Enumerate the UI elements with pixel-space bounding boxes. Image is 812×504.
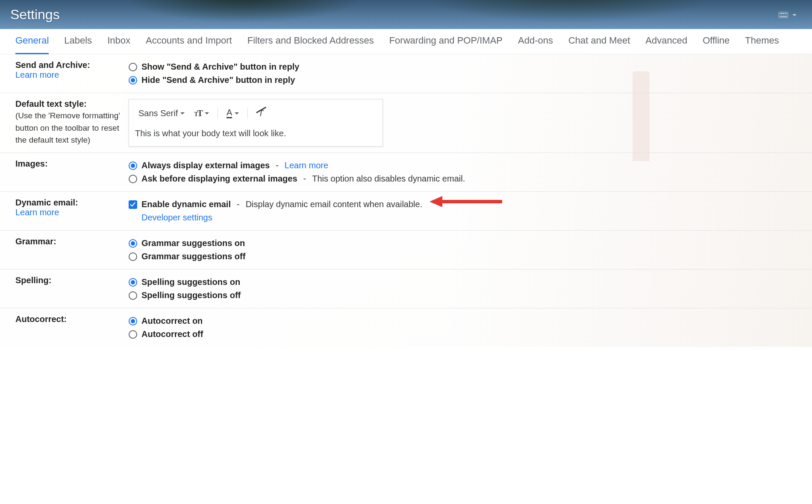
show-send-archive-label: Show "Send & Archive" button in reply bbox=[141, 60, 299, 73]
ask-before-images-label: Ask before displaying external images bbox=[141, 172, 297, 185]
text-style-toolbar: Sans Serif TT A T bbox=[135, 106, 377, 120]
default-text-style-title: Default text style: bbox=[15, 99, 129, 109]
remove-formatting-button[interactable]: T bbox=[253, 107, 268, 120]
radio-ask-before-images[interactable] bbox=[129, 175, 137, 183]
chevron-down-icon bbox=[235, 112, 239, 114]
section-autocorrect: Autocorrect: Autocorrect on Autocorrect … bbox=[0, 308, 812, 347]
enable-dynamic-email-note: Display dynamic email content when avail… bbox=[246, 198, 423, 211]
text-size-icon: TT bbox=[194, 108, 202, 118]
radio-hide-send-archive[interactable] bbox=[129, 76, 137, 85]
keyboard-icon bbox=[779, 12, 788, 18]
spelling-on-label: Spelling suggestions on bbox=[141, 275, 240, 289]
toolbar-separator bbox=[247, 108, 248, 119]
always-display-images-label: Always display external images bbox=[141, 159, 270, 172]
radio-autocorrect-off[interactable] bbox=[129, 330, 137, 339]
font-family-dropdown[interactable]: Sans Serif bbox=[135, 107, 188, 120]
tab-labels[interactable]: Labels bbox=[64, 35, 92, 54]
settings-content: Send and Archive: Learn more Show "Send … bbox=[0, 54, 812, 347]
checkbox-enable-dynamic-email[interactable] bbox=[129, 200, 137, 209]
ask-before-images-note: This option also disables dynamic email. bbox=[312, 172, 465, 185]
grammar-on-label: Grammar suggestions on bbox=[141, 237, 245, 250]
radio-show-send-archive[interactable] bbox=[129, 63, 137, 71]
chevron-down-icon bbox=[180, 112, 185, 114]
tab-chat-meet[interactable]: Chat and Meet bbox=[568, 35, 630, 54]
tab-inbox[interactable]: Inbox bbox=[107, 35, 130, 54]
radio-spelling-on[interactable] bbox=[129, 278, 137, 287]
remove-formatting-icon: T bbox=[256, 108, 265, 118]
tab-filters-blocked[interactable]: Filters and Blocked Addresses bbox=[247, 35, 374, 54]
tab-accounts-import[interactable]: Accounts and Import bbox=[146, 35, 232, 54]
text-color-icon: A bbox=[227, 108, 232, 118]
hide-send-archive-label: Hide "Send & Archive" button in reply bbox=[141, 73, 295, 87]
settings-header-banner: Settings bbox=[0, 0, 812, 29]
send-archive-learn-more-link[interactable]: Learn more bbox=[15, 70, 129, 80]
input-tools-menu[interactable] bbox=[779, 12, 797, 18]
dynamic-email-title: Dynamic email: bbox=[15, 198, 129, 208]
text-style-preview: This is what your body text will look li… bbox=[135, 129, 377, 138]
spelling-title: Spelling: bbox=[15, 275, 129, 285]
page-title: Settings bbox=[10, 7, 60, 23]
section-spelling: Spelling: Spelling suggestions on Spelli… bbox=[0, 270, 812, 308]
developer-settings-link[interactable]: Developer settings bbox=[141, 211, 212, 224]
font-size-dropdown[interactable]: TT bbox=[191, 107, 212, 120]
tab-forwarding-pop-imap[interactable]: Forwarding and POP/IMAP bbox=[389, 35, 503, 54]
autocorrect-on-label: Autocorrect on bbox=[141, 314, 203, 328]
spelling-off-label: Spelling suggestions off bbox=[141, 289, 241, 302]
tab-general[interactable]: General bbox=[15, 35, 49, 54]
font-family-label: Sans Serif bbox=[138, 108, 178, 118]
images-title: Images: bbox=[15, 159, 129, 169]
grammar-title: Grammar: bbox=[15, 237, 129, 246]
section-dynamic-email: Dynamic email: Learn more Enable dynamic… bbox=[0, 192, 812, 231]
radio-autocorrect-on[interactable] bbox=[129, 317, 137, 325]
radio-always-display-images[interactable] bbox=[129, 161, 137, 170]
tab-offline[interactable]: Offline bbox=[703, 35, 730, 54]
section-send-archive: Send and Archive: Learn more Show "Send … bbox=[0, 54, 812, 93]
toolbar-separator bbox=[218, 108, 218, 119]
images-learn-more-link[interactable]: Learn more bbox=[285, 159, 328, 172]
grammar-off-label: Grammar suggestions off bbox=[141, 250, 245, 263]
send-archive-title: Send and Archive: bbox=[15, 60, 129, 70]
chevron-down-icon bbox=[205, 112, 209, 114]
chevron-down-icon bbox=[792, 14, 797, 16]
enable-dynamic-email-label: Enable dynamic email bbox=[141, 198, 231, 211]
section-grammar: Grammar: Grammar suggestions on Grammar … bbox=[0, 231, 812, 270]
autocorrect-off-label: Autocorrect off bbox=[141, 328, 203, 341]
text-color-dropdown[interactable]: A bbox=[223, 106, 242, 120]
tab-addons[interactable]: Add-ons bbox=[518, 35, 553, 54]
dynamic-email-learn-more-link[interactable]: Learn more bbox=[15, 208, 129, 217]
autocorrect-title: Autocorrect: bbox=[15, 314, 129, 324]
settings-tabs: General Labels Inbox Accounts and Import… bbox=[0, 29, 812, 54]
radio-spelling-off[interactable] bbox=[129, 291, 137, 300]
section-default-text-style: Default text style: (Use the 'Remove for… bbox=[0, 93, 812, 153]
radio-grammar-off[interactable] bbox=[129, 252, 137, 261]
tab-themes[interactable]: Themes bbox=[745, 35, 779, 54]
tab-advanced[interactable]: Advanced bbox=[645, 35, 687, 54]
section-images: Images: Always display external images -… bbox=[0, 153, 812, 192]
default-text-style-hint: (Use the 'Remove formatting' button on t… bbox=[15, 110, 129, 147]
text-style-preview-box: Sans Serif TT A T bbox=[129, 99, 383, 147]
radio-grammar-on[interactable] bbox=[129, 239, 137, 248]
